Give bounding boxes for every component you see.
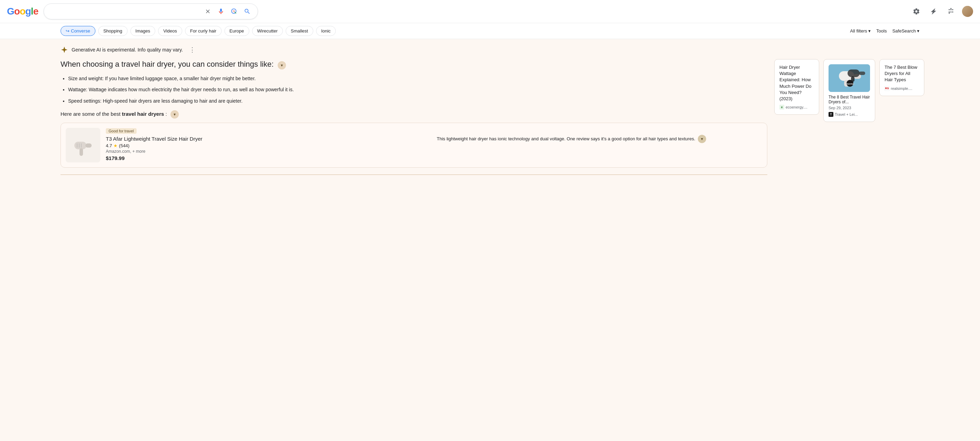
all-filters-button[interactable]: All filters ▾ [850, 29, 871, 33]
avatar[interactable] [962, 6, 973, 17]
voice-search-button[interactable] [216, 6, 226, 16]
tools-button[interactable]: Tools [876, 29, 887, 33]
grid-icon [948, 8, 955, 15]
filter-bar-right: All filters ▾ Tools SafeSearch ▾ [850, 29, 920, 33]
gear-icon [913, 8, 920, 15]
filter-chip-videos[interactable]: Videos [158, 26, 182, 36]
lens-search-button[interactable] [229, 6, 239, 16]
lens-icon [231, 8, 237, 15]
side-card-eco[interactable]: Hair Dryer Wattage Explained: How Much P… [774, 59, 819, 115]
review-count: (544) [119, 143, 129, 148]
rs-favicon: RS [885, 86, 889, 91]
header: Google What's a good hair dryer for trav… [0, 0, 980, 23]
eco-source-name: ecoenergy.... [786, 105, 807, 109]
clear-icon [205, 8, 211, 14]
side-card-travel-image: TRUSTED [829, 64, 870, 92]
filter-chip-converse[interactable]: ↪ Converse [60, 26, 95, 36]
svg-rect-14 [859, 71, 865, 75]
filter-chip-images-label: Images [135, 29, 150, 33]
product-image [66, 128, 100, 162]
microphone-icon [218, 8, 224, 15]
filter-chip-images[interactable]: Images [130, 26, 156, 36]
side-card-travel-date: Sep 29, 2023 [829, 106, 870, 110]
safesearch-button[interactable]: SafeSearch ▾ [892, 29, 920, 33]
settings-button[interactable] [910, 5, 923, 17]
bullet-item-3: Speed settings: High-speed hair dryers a… [68, 97, 767, 105]
search-icon [244, 8, 251, 15]
eco-favicon: e [780, 105, 784, 109]
product-source: Amazon.com, + more [106, 149, 431, 154]
travel-source-name: Travel + Lei... [835, 112, 858, 116]
product-card[interactable]: Good for travel T3 Afar Lightweight Trav… [60, 123, 767, 168]
product-info: Good for travel T3 Afar Lightweight Trav… [106, 128, 431, 162]
rating-value: 4.7 [106, 143, 112, 148]
bullet-item-2: Wattage: Wattage indicates how much elec… [68, 86, 767, 93]
filter-chip-wirecutter[interactable]: Wirecutter [252, 26, 283, 36]
content-divider [60, 174, 767, 175]
star-icon: ★ [113, 143, 118, 148]
side-card-travel-source: T Travel + Lei... [829, 112, 870, 117]
filter-chip-curly-label: For curly hair [190, 29, 216, 33]
bullet-list: Size and weight: If you have limited lug… [60, 75, 767, 105]
svg-rect-4 [86, 143, 92, 148]
side-card-rs-title: The 7 Best Blow Dryers for All Hair Type… [885, 64, 919, 83]
filter-chip-ionic-label: Ionic [321, 29, 331, 33]
side-card-realsimple[interactable]: The 7 Best Blow Dryers for All Hair Type… [879, 59, 924, 96]
travel-favicon: T [829, 112, 834, 117]
product-price: $179.99 [106, 155, 431, 161]
rs-source-name: realsimple.... [891, 86, 912, 90]
svg-rect-2 [74, 142, 86, 149]
search-button[interactable] [242, 6, 252, 16]
clear-button[interactable] [203, 6, 213, 16]
heading-expand-button[interactable]: ▾ [278, 61, 286, 70]
search-bar: What's a good hair dryer for travel [44, 3, 258, 19]
header-right [910, 5, 973, 17]
product-rating: 4.7 ★ (544) [106, 143, 431, 148]
content-layout: When choosing a travel hair dryer, you c… [60, 59, 920, 182]
filter-chip-converse-label: Converse [71, 29, 90, 33]
ai-sparkle-icon [60, 46, 68, 54]
ai-summary: When choosing a travel hair dryer, you c… [60, 59, 767, 182]
dryers-intro: Here are some of the best travel hair dr… [60, 110, 767, 119]
labs-icon [930, 8, 937, 15]
svg-text:TRUSTED: TRUSTED [846, 83, 854, 85]
product-description: This lightweight hair dryer has ionic te… [437, 128, 762, 162]
svg-point-1 [233, 10, 235, 13]
filter-chip-wirecutter-label: Wirecutter [257, 29, 278, 33]
converse-icon: ↪ [66, 29, 70, 33]
filter-chip-shopping[interactable]: Shopping [98, 26, 127, 36]
ai-notice: Generative AI is experimental. Info qual… [60, 46, 920, 54]
filter-chip-curly[interactable]: For curly hair [185, 26, 222, 36]
product-badge: Good for travel [106, 128, 137, 134]
filter-chip-ionic[interactable]: Ionic [316, 26, 336, 36]
side-card-eco-source: e ecoenergy.... [780, 105, 814, 109]
filter-chip-europe[interactable]: Europe [224, 26, 249, 36]
hairdryer-svg [71, 133, 95, 157]
side-card-travel-subtitle: The 8 Best Travel Hair Dryers of... [829, 95, 870, 105]
bullet-item-1: Size and weight: If you have limited lug… [68, 75, 767, 82]
search-icons [203, 6, 252, 16]
product-name: T3 Afar Lightweight Travel Size Hair Dry… [106, 136, 431, 142]
svg-rect-3 [80, 148, 83, 156]
summary-heading: When choosing a travel hair dryer, you c… [60, 59, 767, 70]
google-logo: Google [7, 6, 38, 17]
side-card-rs-source: RS realsimple.... [885, 86, 919, 91]
desc-expand-button[interactable]: ▾ [698, 135, 706, 143]
filter-chip-shopping-label: Shopping [103, 29, 123, 33]
apps-button[interactable] [945, 5, 957, 17]
labs-button[interactable] [928, 5, 940, 17]
filter-chip-smallest[interactable]: Smallest [286, 26, 313, 36]
search-input[interactable]: What's a good hair dryer for travel [49, 8, 199, 14]
side-card-eco-title: Hair Dryer Wattage Explained: How Much P… [780, 64, 814, 102]
side-card-travel[interactable]: TRUSTED The 8 Best Travel Hair Dryers of… [823, 59, 875, 122]
filter-chip-smallest-label: Smallest [291, 29, 308, 33]
svg-rect-12 [848, 70, 860, 77]
dryers-expand-button[interactable]: ▾ [170, 110, 179, 119]
filter-chip-europe-label: Europe [230, 29, 244, 33]
travel-card-image-svg: TRUSTED [829, 64, 870, 92]
filter-bar: ↪ Converse Shopping Images Videos For cu… [0, 23, 980, 39]
side-cards: Hair Dryer Wattage Explained: How Much P… [774, 59, 920, 182]
ai-notice-menu-button[interactable]: ⋮ [189, 46, 196, 54]
filter-chip-videos-label: Videos [163, 29, 177, 33]
main-content: Generative AI is experimental. Info qual… [0, 39, 980, 441]
